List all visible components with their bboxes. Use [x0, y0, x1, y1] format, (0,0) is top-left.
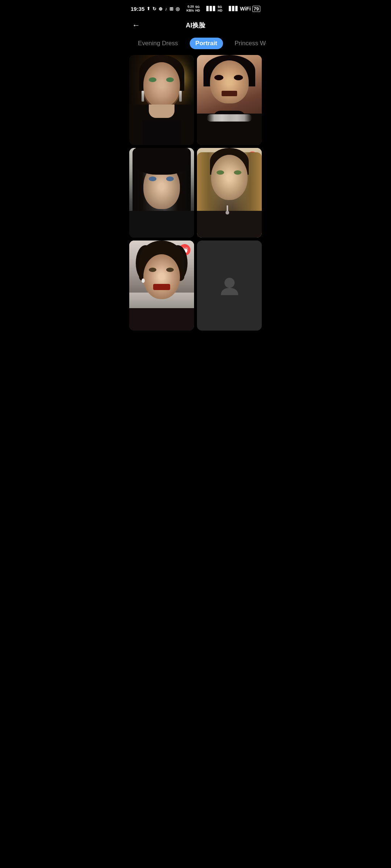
wechat-icon: ⊕	[159, 6, 163, 12]
placeholder-icon	[218, 274, 241, 297]
network-5g-1: 5G HD	[195, 5, 205, 12]
portrait-card-4[interactable]: 👑	[197, 148, 262, 238]
wifi-icon: WiFi	[240, 6, 251, 12]
portrait-card-3[interactable]	[129, 148, 194, 238]
header: ← AI换脸	[125, 16, 266, 35]
svg-point-0	[224, 278, 235, 288]
portrait-card-1[interactable]	[129, 55, 194, 145]
tab-princess-wedding[interactable]: Princess Wedding	[229, 38, 266, 49]
tab-bar: Evening Dress Portrait Princess Wedding	[125, 35, 266, 55]
portrait-image-4	[197, 148, 262, 238]
tab-evening-dress[interactable]: Evening Dress	[132, 38, 184, 49]
portrait-card-2[interactable]	[197, 55, 262, 145]
tiktok-icon: ♪	[165, 6, 167, 12]
image-grid: 👑 👑	[125, 55, 266, 338]
portrait-image-5	[129, 241, 194, 331]
data-speed: 0.20 KB/s	[180, 5, 194, 13]
placeholder-container	[197, 241, 262, 331]
tab-portrait[interactable]: Portrait	[190, 38, 223, 49]
back-button[interactable]: ←	[132, 21, 140, 30]
status-bar: 19:35 ⬆ ↻ ⊕ ♪ ⊞ ◎ 0.20 KB/s 5G HD ▋▋▋ 5G…	[125, 0, 266, 16]
status-time: 19:35	[131, 6, 144, 12]
network-5g-2: 5G HD	[218, 5, 227, 12]
portrait-card-6[interactable]	[197, 241, 262, 331]
portrait-card-5[interactable]: 👑	[129, 241, 194, 331]
portrait-image-3	[129, 148, 194, 238]
portrait-image-2	[197, 55, 262, 145]
status-right: 0.20 KB/s 5G HD ▋▋▋ 5G HD ▋▋▋ WiFi 79	[180, 5, 260, 13]
sync-icon: ↻	[152, 6, 156, 12]
page-title: AI换脸	[186, 21, 205, 30]
portrait-image-1	[129, 55, 194, 145]
status-left: 19:35 ⬆ ↻ ⊕ ♪ ⊞ ◎	[131, 6, 180, 12]
app-icon-2: ◎	[176, 6, 180, 12]
signal-bars-1: ▋▋▋	[206, 6, 216, 11]
signal-bars-2: ▋▋▋	[229, 6, 239, 11]
app-icon-1: ⊞	[169, 6, 173, 12]
battery-indicator: 79	[252, 6, 260, 12]
upload-icon: ⬆	[147, 6, 150, 11]
